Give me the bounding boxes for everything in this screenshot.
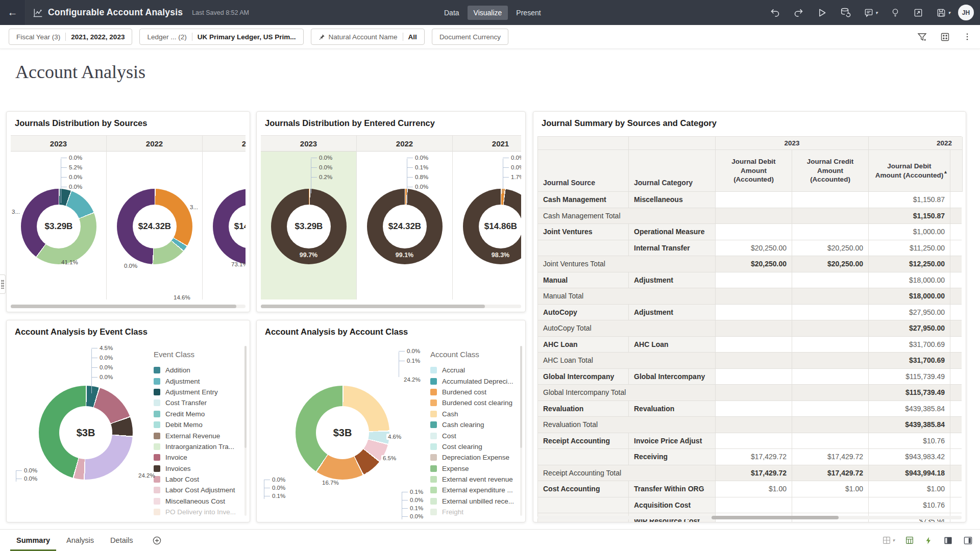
table-row[interactable]: Receipt AccountingInvoice Price Adjust$1… bbox=[538, 433, 962, 449]
legend-item[interactable]: Cash clearing bbox=[430, 419, 514, 430]
scrollbar-thumb[interactable] bbox=[11, 305, 236, 308]
legend-item[interactable]: Adjustment Entry bbox=[154, 387, 236, 397]
legend-item[interactable]: Invoices bbox=[154, 463, 236, 474]
canvas-tab[interactable]: Analysis bbox=[58, 530, 102, 551]
canvas-tab[interactable]: Summary bbox=[8, 530, 58, 551]
insights-icon[interactable] bbox=[890, 8, 900, 18]
filter-chip[interactable]: Natural Account NameAll bbox=[311, 29, 425, 45]
filter-chip[interactable]: Fiscal Year (3)2021, 2022, 2023 bbox=[9, 29, 132, 45]
avatar[interactable]: JH bbox=[958, 5, 974, 20]
column-header-journal-source[interactable]: Journal Source bbox=[538, 150, 629, 192]
legend-item[interactable]: Expense bbox=[430, 463, 514, 474]
legend-item[interactable]: Burdened cost clearing bbox=[430, 397, 514, 408]
table-row[interactable]: Manual Total$18,000.00 bbox=[538, 288, 962, 305]
refresh-data-icon[interactable] bbox=[840, 7, 851, 18]
legend-item[interactable]: Labor Cost Adjustment bbox=[154, 485, 236, 495]
donut-chart[interactable]: $3B bbox=[39, 386, 133, 480]
comments-icon[interactable]: ▾ bbox=[864, 8, 878, 18]
legend-item[interactable]: Adjustment bbox=[154, 375, 236, 386]
donut-chart[interactable]: $14.86B bbox=[213, 189, 246, 264]
scrollbar-thumb[interactable] bbox=[261, 305, 485, 308]
legend-item[interactable]: Miscellaneous Cost bbox=[154, 496, 236, 507]
column-header-journal-category[interactable]: Journal Category bbox=[629, 150, 716, 192]
table-row[interactable]: AutoCopyAdjustment$27,950.00 bbox=[538, 305, 962, 321]
table-row[interactable]: Receipt Accounting Total$17,429.72$17,42… bbox=[538, 465, 962, 482]
canvas-layout-icon[interactable]: ▾ bbox=[882, 536, 895, 545]
table-row[interactable]: AHC Loan Total$31,700.69 bbox=[538, 353, 962, 369]
table-row[interactable]: Joint VenturesOperational Measure$1,000.… bbox=[538, 224, 962, 240]
legend-item[interactable]: External event revenue bbox=[430, 474, 514, 485]
donut-chart[interactable]: $3B bbox=[296, 386, 389, 480]
viz-by-account-class[interactable]: Account Analysis by Account Class 0.0%0.… bbox=[256, 320, 526, 522]
panel-right-layout-icon[interactable] bbox=[963, 536, 973, 545]
table-row[interactable]: Receiving$17,429.72$17,429.72$943,983.42 bbox=[538, 449, 962, 465]
table-row[interactable]: Acquisition Cost$10.76 bbox=[538, 497, 962, 514]
legend-item[interactable]: Labor Cost bbox=[154, 474, 236, 485]
legend-item[interactable]: PO Delivery into Inve... bbox=[154, 507, 236, 517]
legend-item[interactable]: Burdened cost bbox=[430, 387, 514, 397]
table-row[interactable]: Global Intercompany Total$115,739.49 bbox=[538, 385, 962, 401]
add-canvas-button[interactable] bbox=[152, 530, 162, 551]
canvas-tab[interactable]: Details bbox=[102, 530, 141, 551]
legend-item[interactable]: Cash bbox=[430, 409, 514, 419]
table-row[interactable]: Internal Transfer$20,250.00$20,250.00$11… bbox=[538, 240, 962, 257]
filter-icon[interactable] bbox=[917, 32, 927, 42]
back-button[interactable]: ← bbox=[0, 0, 26, 25]
legend-item[interactable]: Debit Memo bbox=[154, 419, 236, 430]
viz-journals-by-sources[interactable]: Journals Distribution by Sources 20230.0… bbox=[6, 111, 250, 312]
column-header-credit-2023[interactable]: Journal Credit Amount (Accounted) bbox=[792, 150, 869, 192]
redo-icon[interactable] bbox=[793, 7, 804, 18]
run-icon[interactable] bbox=[817, 8, 827, 18]
table-row[interactable]: ManualAdjustment$18,000.00 bbox=[538, 272, 962, 289]
legend-item[interactable]: Cost bbox=[430, 430, 514, 441]
filter-chip[interactable]: Ledger ... (2)UK Primary Ledger, US Prim… bbox=[139, 29, 303, 45]
table-row[interactable]: RevaluationRevaluation$439,385.84 bbox=[538, 401, 962, 417]
legend-item[interactable]: Freight bbox=[430, 507, 514, 517]
viz-by-event-class[interactable]: Account Analysis by Event Class 4.5%0.0%… bbox=[6, 320, 250, 522]
legend-item[interactable]: Credit Memo bbox=[154, 409, 236, 419]
undo-icon[interactable] bbox=[770, 7, 780, 18]
data-refresh-icon[interactable] bbox=[905, 536, 914, 545]
column-header-debit-2023[interactable]: Journal Debit Amount (Accounted) bbox=[716, 150, 792, 192]
legend-item[interactable]: Accrual bbox=[430, 365, 514, 375]
legend-scrollbar[interactable] bbox=[520, 346, 522, 516]
mode-tab[interactable]: Present bbox=[510, 6, 547, 20]
viz-journal-summary-table[interactable]: Journal Summary by Sources and Category … bbox=[533, 111, 966, 522]
legend-item[interactable]: Accumulated Depreci... bbox=[430, 375, 514, 386]
legend-item[interactable]: Cost clearing bbox=[430, 441, 514, 452]
donut-chart[interactable]: $24.32B bbox=[117, 189, 192, 264]
table-row[interactable]: Cash Management Total$1,150.87 bbox=[538, 208, 962, 224]
mode-tab[interactable]: Data bbox=[438, 6, 465, 20]
legend-item[interactable]: Invoice bbox=[154, 452, 236, 463]
legend-item[interactable]: Cost Transfer bbox=[154, 397, 236, 408]
viz-journals-by-currency[interactable]: Journals Distribution by Entered Currenc… bbox=[256, 111, 526, 312]
table-row[interactable]: AHC LoanAHC Loan$31,700.69 bbox=[538, 337, 962, 353]
panel-expand-handle[interactable] bbox=[0, 274, 6, 294]
table-row[interactable]: Global IntercompanyGlobal Intercompany$1… bbox=[538, 369, 962, 385]
auto-insights-icon[interactable] bbox=[924, 536, 933, 545]
scrollbar-thumb[interactable] bbox=[712, 516, 839, 519]
mode-tab[interactable]: Visualize bbox=[468, 6, 508, 20]
legend-item[interactable]: Addition bbox=[154, 365, 236, 375]
panel-left-layout-icon[interactable] bbox=[943, 536, 953, 545]
legend-item[interactable]: External expenditure ... bbox=[430, 485, 514, 495]
table-row[interactable]: Revaluation Total$439,385.84 bbox=[538, 417, 962, 433]
table-row[interactable]: Cost AccountingTransfer Within ORG$1.00$… bbox=[538, 481, 962, 497]
export-icon[interactable] bbox=[913, 8, 923, 18]
table-row[interactable]: Cash ManagementMiscellaneous$1,150.87 bbox=[538, 192, 962, 208]
table-row[interactable]: AutoCopy Total$27,950.00 bbox=[538, 320, 962, 337]
save-icon[interactable]: ▾ bbox=[936, 8, 950, 18]
donut-chart[interactable]: $3.29B bbox=[21, 189, 96, 264]
visualization-settings-icon[interactable] bbox=[940, 32, 950, 42]
column-header-debit-2022-sorted[interactable]: Journal Debit Amount (Accounted)▲ bbox=[869, 150, 950, 192]
legend-scrollbar[interactable] bbox=[244, 346, 247, 516]
legend-item[interactable]: External unbilled rece... bbox=[430, 496, 514, 507]
horizontal-scrollbar[interactable] bbox=[261, 305, 521, 308]
sort-ascending-icon[interactable]: ▲ bbox=[943, 169, 948, 176]
legend-item[interactable]: Depreciation Expense bbox=[430, 452, 514, 463]
legend-item[interactable]: Intraorganization Tra... bbox=[154, 441, 236, 452]
filter-chip[interactable]: Document Currency bbox=[432, 29, 508, 45]
table-row[interactable]: Joint Ventures Total$20,250.00$20,250.00… bbox=[538, 256, 962, 272]
horizontal-scrollbar[interactable] bbox=[537, 516, 962, 519]
horizontal-scrollbar[interactable] bbox=[11, 305, 246, 308]
